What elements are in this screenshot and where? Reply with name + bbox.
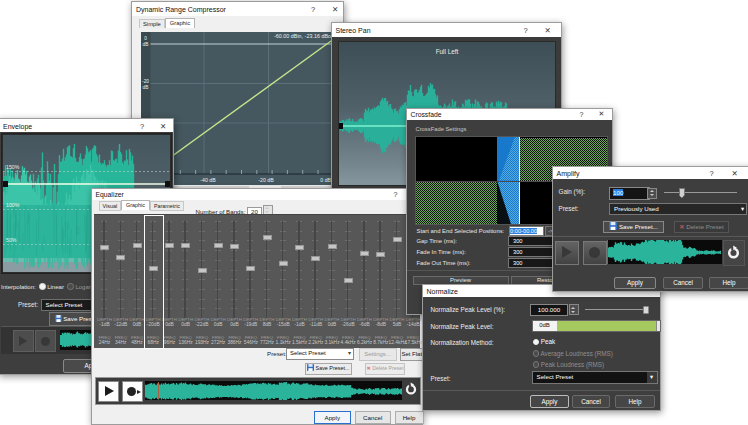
svg-text:dB: dB xyxy=(143,42,149,47)
svg-text:50%: 50% xyxy=(6,237,17,243)
svg-text:Full Left: Full Left xyxy=(435,48,458,55)
svg-text:150%: 150% xyxy=(6,164,20,170)
svg-text:dB: dB xyxy=(143,85,149,90)
svg-text:-40 dB: -40 dB xyxy=(200,177,216,183)
svg-text:-20 dB: -20 dB xyxy=(258,177,274,183)
svg-text:100%: 100% xyxy=(6,202,20,208)
svg-text:-20: -20 xyxy=(142,79,149,84)
svg-text:0: 0 xyxy=(144,36,147,41)
svg-text:-60.00 dBin, -23.16 dBo: -60.00 dBin, -23.16 dBo xyxy=(274,33,331,39)
